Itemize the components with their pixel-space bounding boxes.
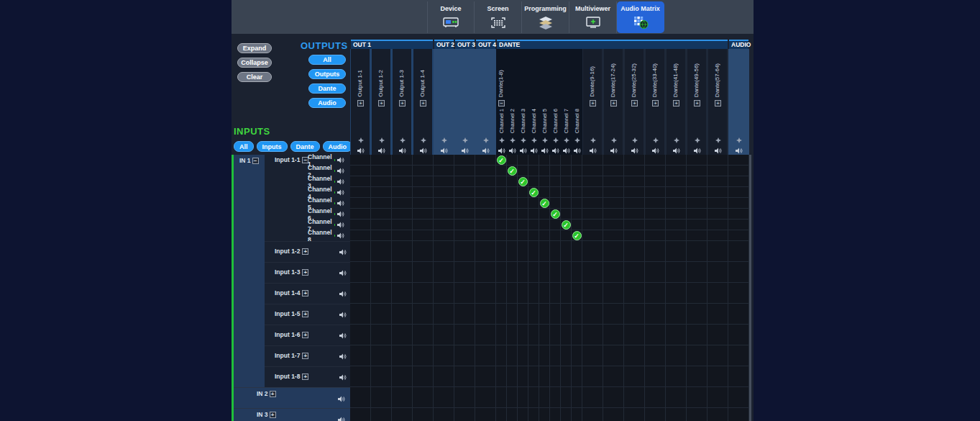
matrix-cell[interactable] <box>392 198 413 208</box>
matrix-cell[interactable] <box>371 187 392 197</box>
matrix-cell[interactable] <box>728 176 749 186</box>
matrix-cell[interactable] <box>496 219 507 230</box>
matrix-cell[interactable] <box>539 155 550 165</box>
matrix-cell[interactable] <box>528 345 539 366</box>
matrix-cell[interactable] <box>645 366 666 386</box>
matrix-cell[interactable] <box>507 176 518 186</box>
matrix-cell[interactable] <box>507 187 518 197</box>
matrix-cell[interactable] <box>475 230 496 240</box>
speaker-icon[interactable] <box>531 148 538 154</box>
matrix-cell[interactable] <box>707 262 728 282</box>
inputs-filter-audio[interactable]: Audio <box>323 141 353 152</box>
matrix-cell[interactable] <box>454 283 475 303</box>
matrix-cell[interactable] <box>413 166 434 176</box>
matrix-cell[interactable] <box>687 304 707 324</box>
matrix-cell[interactable] <box>475 198 496 208</box>
matrix-cell[interactable] <box>434 176 454 186</box>
matrix-cell[interactable] <box>707 230 728 240</box>
matrix-cell[interactable] <box>624 230 645 240</box>
speaker-icon[interactable] <box>482 148 490 154</box>
matrix-cell[interactable] <box>603 387 624 407</box>
speaker-icon[interactable] <box>339 312 347 318</box>
matrix-cell[interactable] <box>518 198 528 208</box>
speaker-icon[interactable] <box>509 148 516 154</box>
matrix-cell[interactable] <box>666 345 687 366</box>
outputs-filter-outputs[interactable]: Outputs <box>308 69 346 79</box>
matrix-cell[interactable] <box>687 283 707 303</box>
matrix-cell[interactable] <box>687 176 707 186</box>
input-row-input-1-2[interactable]: Input 1-2+ <box>265 241 350 262</box>
matrix-cell[interactable] <box>350 387 371 407</box>
matrix-cell[interactable] <box>561 387 572 407</box>
matrix-cell[interactable] <box>561 283 572 303</box>
matrix-cell[interactable] <box>539 387 550 407</box>
matrix-cell[interactable] <box>413 366 434 386</box>
matrix-cell[interactable] <box>624 387 645 407</box>
matrix-cell[interactable] <box>728 304 749 324</box>
collapse-toggle[interactable]: − <box>252 158 259 164</box>
matrix-cell[interactable] <box>603 283 624 303</box>
collapse-toggle[interactable]: − <box>498 100 505 107</box>
speaker-icon[interactable] <box>590 148 597 154</box>
matrix-cell[interactable] <box>507 304 518 324</box>
matrix-cell[interactable] <box>572 408 582 421</box>
speaker-icon[interactable] <box>339 374 347 381</box>
matrix-cell[interactable] <box>528 155 539 165</box>
matrix-cell[interactable] <box>507 230 518 240</box>
speaker-icon[interactable] <box>337 157 344 163</box>
matrix-cell[interactable] <box>539 241 550 261</box>
matrix-cell[interactable] <box>728 219 749 230</box>
matrix-cell[interactable] <box>392 176 413 186</box>
speaker-icon[interactable] <box>736 148 743 154</box>
expand-toggle[interactable]: + <box>631 100 638 107</box>
matrix-cell[interactable] <box>350 283 371 303</box>
matrix-cell[interactable] <box>434 408 454 421</box>
matrix-cell[interactable] <box>413 230 434 240</box>
matrix-cell[interactable] <box>550 187 561 197</box>
matrix-cell[interactable] <box>539 408 550 421</box>
matrix-cell[interactable] <box>582 387 603 407</box>
matrix-cell[interactable] <box>624 345 645 366</box>
matrix-cell[interactable] <box>666 283 687 303</box>
matrix-cell[interactable] <box>413 219 434 230</box>
matrix-cell[interactable] <box>371 219 392 230</box>
matrix-cell[interactable] <box>454 262 475 282</box>
matrix-cell[interactable] <box>539 325 550 345</box>
tab-multiviewer[interactable]: Multiviewer <box>569 1 617 33</box>
gain-icon[interactable] <box>674 133 679 146</box>
input-row-input-1-6[interactable]: Input 1-6+ <box>265 325 350 345</box>
matrix-cell[interactable] <box>507 155 518 165</box>
row-group-in1[interactable]: IN 1− <box>234 155 265 387</box>
matrix-cell[interactable] <box>454 166 475 176</box>
speaker-icon[interactable] <box>378 148 385 154</box>
matrix-cell[interactable] <box>454 198 475 208</box>
expand-toggle[interactable]: + <box>610 100 617 107</box>
matrix-cell[interactable] <box>572 366 582 386</box>
matrix-cell[interactable] <box>687 241 707 261</box>
matrix-cell[interactable] <box>603 345 624 366</box>
matrix-cell[interactable] <box>666 209 687 219</box>
matrix-cell[interactable] <box>413 304 434 324</box>
matrix-cell[interactable] <box>434 345 454 366</box>
matrix-cell[interactable] <box>392 408 413 421</box>
matrix-cell[interactable] <box>496 283 507 303</box>
matrix-cell[interactable] <box>475 345 496 366</box>
matrix-cell[interactable] <box>572 209 582 219</box>
matrix-cell[interactable] <box>350 230 371 240</box>
matrix-cell[interactable] <box>707 366 728 386</box>
expand-toggle[interactable]: + <box>652 100 659 107</box>
matrix-cell[interactable] <box>572 187 582 197</box>
matrix-cell[interactable] <box>561 166 572 176</box>
matrix-cell[interactable] <box>507 219 518 230</box>
matrix-cell[interactable] <box>392 304 413 324</box>
matrix-cell[interactable] <box>561 155 572 165</box>
matrix-cell[interactable] <box>539 209 550 219</box>
matrix-cell[interactable] <box>550 408 561 421</box>
matrix-cell[interactable] <box>624 198 645 208</box>
matrix-cell[interactable] <box>371 262 392 282</box>
matrix-cell[interactable] <box>728 209 749 219</box>
matrix-cell[interactable] <box>707 176 728 186</box>
speaker-icon[interactable] <box>337 211 344 217</box>
matrix-cell[interactable] <box>454 345 475 366</box>
matrix-cell[interactable] <box>728 230 749 240</box>
